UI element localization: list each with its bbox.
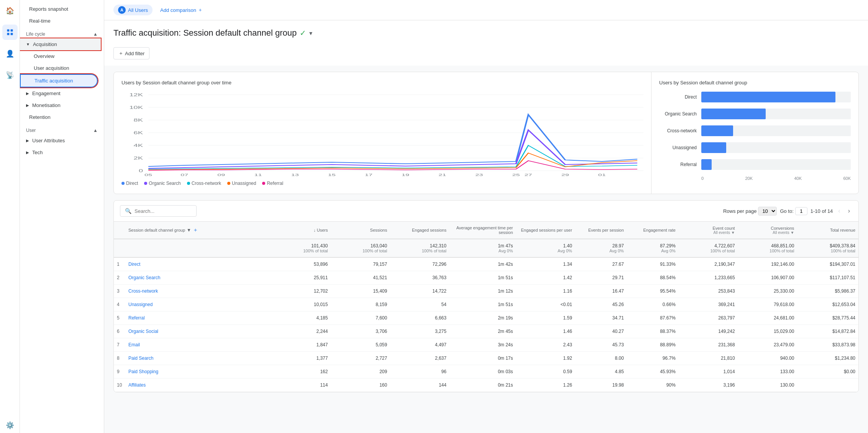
legend-cross-network: Cross-network <box>187 181 221 186</box>
table-toolbar: 🔍 Rows per page 10 25 50 Go to: 1-10 of … <box>114 201 858 222</box>
search-icon: 🔍 <box>125 208 131 214</box>
row-rank: 4 <box>114 298 125 311</box>
col-events-per-session[interactable]: Events per session <box>575 222 627 239</box>
svg-text:10K: 10K <box>129 105 143 110</box>
row-users: 114 <box>272 379 331 392</box>
row-channel[interactable]: Referral <box>125 311 272 325</box>
col-revenue[interactable]: Total revenue <box>797 222 858 239</box>
user-section[interactable]: User ▲ <box>20 123 104 135</box>
advertising-icon[interactable]: 📡 <box>2 68 18 83</box>
bar-axis: 0 20K 40K 60K <box>701 176 851 181</box>
charts-area: Users by Session default channel group o… <box>113 72 859 194</box>
total-event-count: 4,722,607 100% of total <box>679 239 738 257</box>
row-avg-time: 1m 42s <box>450 257 516 271</box>
svg-text:05: 05 <box>144 173 152 176</box>
line-chart-container: 12K 10K 8K 6K 4K 2K 0 <box>121 92 643 176</box>
explore-icon[interactable]: 👤 <box>2 46 18 61</box>
row-engaged: 6,663 <box>390 311 450 325</box>
row-channel[interactable]: Paid Shopping <box>125 365 272 379</box>
home-icon[interactable]: 🏠 <box>2 3 18 18</box>
search-input[interactable] <box>135 208 192 214</box>
sidebar-item-user-acquisition[interactable]: User acquisition <box>20 62 98 74</box>
row-eng-per-user: 1.34 <box>516 257 575 271</box>
row-eng-rate: 87.67% <box>627 311 679 325</box>
row-rank: 3 <box>114 285 125 298</box>
search-box[interactable]: 🔍 <box>120 205 197 217</box>
row-revenue: $12,653.04 <box>797 298 858 311</box>
row-conversions: 24,681.00 <box>738 311 797 325</box>
table-row: 2 Organic Search 25,911 41,521 36,763 1m… <box>114 271 858 285</box>
bar-fill-direct <box>701 92 835 102</box>
row-channel[interactable]: Organic Social <box>125 325 272 338</box>
add-filter-button[interactable]: ＋ Add filter <box>113 47 149 59</box>
row-engaged: 144 <box>390 379 450 392</box>
go-to-input[interactable] <box>795 207 807 215</box>
col-engagement-rate[interactable]: Engagement rate <box>627 222 679 239</box>
row-sessions: 15,409 <box>331 285 390 298</box>
col-users[interactable]: ↓ Users <box>272 222 331 239</box>
row-channel[interactable]: Cross-network <box>125 285 272 298</box>
sidebar-group-acquisition[interactable]: ▼ Acquisition <box>20 38 101 50</box>
svg-text:01: 01 <box>598 173 606 176</box>
col-engaged-sessions[interactable]: Engaged sessions <box>390 222 450 239</box>
next-page-button[interactable]: › <box>846 207 852 215</box>
add-comparison-button[interactable]: Add comparison ＋ <box>157 5 206 15</box>
row-channel[interactable]: Affiliates <box>125 379 272 392</box>
row-revenue: $14,872.84 <box>797 325 858 338</box>
sidebar-item-realtime[interactable]: Real-time <box>20 15 101 27</box>
row-event-count: 1,233,665 <box>679 271 738 285</box>
lifecycle-section[interactable]: Life cycle ▲ <box>20 27 104 38</box>
row-channel[interactable]: Organic Search <box>125 271 272 285</box>
col-avg-engagement[interactable]: Average engagement time per session <box>450 222 516 239</box>
table-row: 5 Referral 4,185 7,600 6,663 2m 19s 1.59… <box>114 311 858 325</box>
legend-dot-cross <box>187 182 190 185</box>
sidebar-group-engagement[interactable]: ▶ Engagement <box>20 87 104 99</box>
col-conversions[interactable]: ConversionsAll events ▼ <box>738 222 797 239</box>
row-channel[interactable]: Email <box>125 338 272 352</box>
svg-text:07: 07 <box>180 173 188 176</box>
col-filter-dropdown[interactable]: ▼ <box>187 227 191 233</box>
col-channel[interactable]: Session default channel group ▼ ＋ <box>125 222 272 239</box>
reports-icon[interactable] <box>2 25 18 40</box>
row-engaged: 96 <box>390 365 450 379</box>
row-eng-rate: 88.54% <box>627 271 679 285</box>
col-event-count[interactable]: Event countAll events ▼ <box>679 222 738 239</box>
bar-fill-referral <box>701 159 712 170</box>
chart-legend: Direct Organic Search Cross-network Unas… <box>121 181 643 186</box>
svg-text:15: 15 <box>328 173 336 176</box>
col-add-button[interactable]: ＋ <box>193 227 198 234</box>
settings-icon[interactable]: ⚙️ <box>2 418 18 433</box>
row-revenue: $5,986.37 <box>797 285 858 298</box>
row-channel[interactable]: Paid Search <box>125 352 272 365</box>
row-channel[interactable]: Unassigned <box>125 298 272 311</box>
row-users: 53,896 <box>272 257 331 271</box>
sidebar-group-monetisation[interactable]: ▶ Monetisation <box>20 99 104 111</box>
row-avg-time: 2m 45s <box>450 325 516 338</box>
row-events-per-session: 29.71 <box>575 271 627 285</box>
sidebar-item-reports-snapshot[interactable]: Reports snapshot <box>20 3 101 15</box>
sidebar-item-retention[interactable]: Retention <box>20 111 101 123</box>
svg-text:27: 27 <box>525 173 532 176</box>
pagination-text: 1-10 of 14 <box>811 208 833 214</box>
sidebar-item-overview[interactable]: Overview <box>20 50 98 62</box>
page-title: Traffic acquisition: Session default cha… <box>113 28 859 38</box>
legend-organic-search: Organic Search <box>144 181 180 186</box>
col-eng-per-user[interactable]: Engaged sessions per user <box>516 222 575 239</box>
row-revenue: $1,234.80 <box>797 352 858 365</box>
legend-direct: Direct <box>121 181 138 186</box>
row-eng-per-user: <0.01 <box>516 298 575 311</box>
row-channel[interactable]: Direct <box>125 257 272 271</box>
row-engaged: 2,637 <box>390 352 450 365</box>
prev-page-button[interactable]: ‹ <box>836 207 842 215</box>
go-to: Go to: <box>780 207 807 215</box>
table-row: 8 Paid Search 1,377 2,727 2,637 0m 17s 1… <box>114 352 858 365</box>
col-sessions[interactable]: Sessions <box>331 222 390 239</box>
dropdown-icon[interactable]: ▾ <box>309 30 312 37</box>
svg-text:2K: 2K <box>134 156 143 160</box>
sidebar-item-traffic-acquisition[interactable]: Traffic acquisition <box>20 74 98 87</box>
sidebar-group-tech[interactable]: ▶ Tech <box>20 147 104 158</box>
bar-row-organic: Organic Search <box>659 109 851 119</box>
rows-per-page-select[interactable]: 10 25 50 <box>758 207 777 216</box>
all-users-chip[interactable]: A All Users <box>113 5 153 15</box>
sidebar-group-user-attributes[interactable]: ▶ User Attributes <box>20 135 104 147</box>
